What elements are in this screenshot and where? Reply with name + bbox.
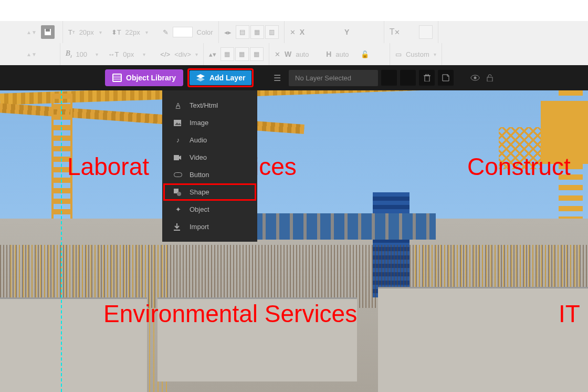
clear-format-icon[interactable]: T✕ — [390, 27, 401, 37]
button-icon — [174, 172, 182, 177]
action-bar: Object Library Add Layer ☰ No Layer Sele… — [0, 65, 588, 90]
dropdown-label: Video — [190, 153, 207, 161]
svg-marker-8 — [196, 77, 205, 81]
tool-button[interactable] — [419, 25, 433, 39]
hamburger-icon[interactable]: ☰ — [270, 70, 285, 85]
arrows-v-icon: ▴▾ — [209, 50, 216, 58]
text-icon: A — [174, 101, 182, 109]
shape-icon — [174, 189, 182, 196]
aspect-icon[interactable]: ▭ — [395, 50, 402, 58]
slide-text-construct[interactable]: Construct — [467, 152, 571, 181]
line-height-icon: ⬍T — [111, 28, 121, 36]
dropdown-item-audio[interactable]: ♪Audio — [162, 131, 257, 149]
svg-rect-14 — [487, 77, 492, 81]
image-icon — [174, 120, 182, 126]
dropdown-item-shape[interactable]: Shape — [163, 183, 256, 201]
slide-text-environmental[interactable]: Environmental Services — [103, 300, 357, 328]
eye-icon[interactable] — [470, 75, 480, 81]
weight-value[interactable]: 100 — [76, 50, 91, 58]
tool-square-1[interactable] — [381, 70, 397, 86]
chevron-updown-icon[interactable]: ▲▼ — [26, 29, 37, 35]
dropdown-item-import[interactable]: Import — [162, 218, 257, 235]
dropdown-item-text[interactable]: AText/Html — [162, 97, 257, 114]
add-layer-highlight: Add Layer — [187, 68, 254, 87]
svg-marker-18 — [179, 156, 181, 160]
layer-selector[interactable]: No Layer Selected — [289, 70, 378, 86]
import-icon — [174, 223, 182, 231]
dropdown-label: Audio — [190, 136, 207, 144]
dropdown-label: Text/Html — [190, 101, 218, 109]
dropdown-label: Object — [190, 205, 209, 213]
preset-value[interactable]: Custom — [406, 50, 429, 58]
book-icon — [112, 74, 122, 82]
canvas[interactable]: Laborat vices Construct Environmental Se… — [0, 90, 588, 392]
save-icon[interactable] — [41, 25, 55, 39]
dropdown-icon[interactable]: ▾ — [434, 51, 436, 57]
code-icon: </> — [160, 50, 170, 58]
object-library-label: Object Library — [126, 74, 176, 82]
toolbar: ▲▼ TT 20px ▾ ⬍T 22px ▾ ✎ Color ◂▸ ▤ ▦ ▥ … — [0, 21, 588, 65]
object-library-button[interactable]: Object Library — [105, 69, 183, 86]
dropdown-label: Shape — [190, 188, 209, 196]
svg-point-21 — [177, 192, 181, 196]
dropdown-icon[interactable]: ▾ — [143, 51, 145, 57]
dropdown-label: Import — [190, 223, 209, 231]
h-value[interactable]: auto — [335, 50, 351, 58]
layers-icon — [196, 74, 205, 82]
add-layer-button[interactable]: Add Layer — [190, 70, 251, 85]
svg-rect-19 — [174, 173, 182, 177]
svg-rect-11 — [426, 74, 428, 76]
close-icon[interactable]: ✕ — [290, 28, 296, 36]
valign-bot-button[interactable]: ▦ — [250, 47, 264, 61]
add-layer-label: Add Layer — [209, 74, 245, 82]
letter-spacing-icon: ↔T — [108, 50, 119, 58]
object-icon: ✦ — [174, 205, 182, 213]
dropdown-label: Button — [190, 171, 209, 179]
dropdown-icon[interactable]: ▾ — [145, 29, 148, 35]
dropdown-item-image[interactable]: Image — [162, 114, 257, 131]
svg-rect-1 — [46, 29, 50, 32]
font-size-value[interactable]: 20px — [79, 28, 95, 36]
chevron-updown-icon[interactable]: ▲▼ — [26, 51, 37, 57]
close-icon[interactable]: ✕ — [275, 50, 280, 58]
audio-icon: ♪ — [174, 136, 182, 144]
align-left-button[interactable]: ▤ — [236, 25, 249, 39]
valign-top-button[interactable]: ▦ — [220, 47, 234, 61]
lock-icon[interactable]: 🔓 — [361, 50, 369, 58]
bold-icon[interactable]: BI — [66, 49, 72, 59]
color-swatch[interactable] — [173, 27, 193, 37]
add-layer-dropdown: AText/Html Image ♪Audio Video Button Sha… — [162, 90, 257, 242]
svg-rect-9 — [425, 76, 429, 81]
w-label: W — [285, 50, 291, 58]
slide-text-laborat[interactable]: Laborat — [67, 152, 149, 181]
align-right-button[interactable]: ▥ — [265, 25, 279, 39]
dropdown-icon[interactable]: ▾ — [99, 29, 102, 35]
x-label: X — [300, 28, 304, 36]
tag-value[interactable]: <div> — [174, 50, 191, 58]
dropdown-icon[interactable]: ▾ — [96, 51, 98, 57]
trash-icon[interactable] — [419, 70, 435, 86]
video-icon — [174, 155, 182, 160]
align-center-button[interactable]: ▦ — [250, 25, 264, 39]
dropdown-item-button[interactable]: Button — [162, 166, 257, 183]
line-height-value[interactable]: 22px — [125, 28, 141, 36]
slide-text-it[interactable]: IT — [559, 300, 580, 328]
spacing-value[interactable]: 0px — [123, 50, 139, 58]
color-label: Color — [197, 28, 213, 36]
w-value[interactable]: auto — [296, 50, 311, 58]
y-label: Y — [344, 28, 349, 36]
arrows-h-icon: ◂▸ — [224, 28, 232, 36]
unlock-icon[interactable] — [486, 74, 494, 81]
brush-icon: ✎ — [163, 28, 169, 36]
dropdown-icon[interactable]: ▾ — [195, 51, 198, 57]
valign-mid-button[interactable]: ▦ — [235, 47, 249, 61]
tool-square-2[interactable] — [400, 70, 416, 86]
font-size-icon: TT — [68, 28, 75, 36]
dropdown-item-video[interactable]: Video — [162, 149, 257, 166]
note-icon[interactable] — [438, 70, 454, 86]
h-label: H — [326, 50, 331, 58]
svg-point-13 — [474, 77, 477, 79]
dropdown-label: Image — [190, 119, 208, 127]
dropdown-item-object[interactable]: ✦Object — [162, 201, 257, 218]
guide-line[interactable] — [61, 90, 62, 392]
